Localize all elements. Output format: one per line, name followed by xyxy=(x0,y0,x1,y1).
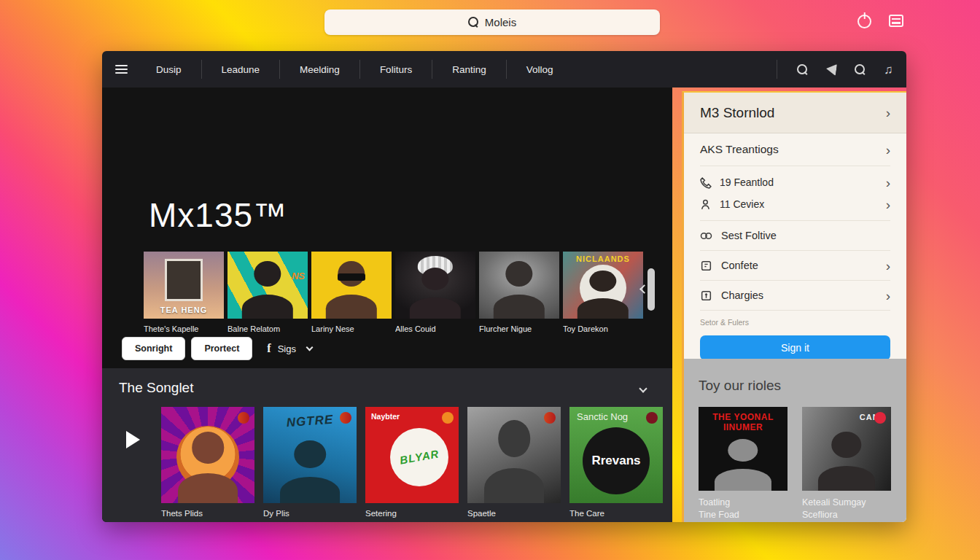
album-cover xyxy=(161,407,254,503)
cover-title-text: BLYAR xyxy=(399,448,440,467)
album-row: Thets Plids NGTRE Dy Plis Naybter xyxy=(161,407,663,518)
person-icon xyxy=(700,198,712,211)
nav-divider xyxy=(201,60,202,79)
carousel-prev-handle[interactable] xyxy=(648,268,655,311)
sidebar-item-treantiogs[interactable]: AKS Treantiogs › xyxy=(700,133,890,166)
label-badge-icon xyxy=(340,412,351,424)
artist-cover: NICLAANDS xyxy=(563,252,643,319)
nav-item-meelding[interactable]: Meelding xyxy=(300,60,340,79)
album-cover: Sanctic Nog Rrevans xyxy=(569,407,663,503)
promo-cover: THE YOONAL IINUMER xyxy=(699,407,788,491)
songlet-section: The Songlet Thets Plids NGTRE xyxy=(102,368,672,522)
nav-divider xyxy=(777,60,777,79)
chevron-right-icon: › xyxy=(886,143,890,157)
album-cover: Naybter BLYAR xyxy=(365,407,459,503)
nav-item-ranting[interactable]: Ranting xyxy=(452,60,486,79)
sidebar-item-feantlod[interactable]: 19 Feantlod › xyxy=(700,171,890,193)
nav-item-leadune[interactable]: Leadune xyxy=(222,60,260,79)
sidebar-item-ceviex[interactable]: 11 Ceviex › xyxy=(700,193,890,215)
sidebar-item-label: Chargies xyxy=(721,289,877,301)
main-panel: Mx135™ TEA HENG Thete's Kapelle NS xyxy=(102,88,672,522)
promo-card[interactable]: CANE Keteali Sumgay Scefliora xyxy=(802,407,891,521)
chevron-down-icon xyxy=(306,344,314,351)
music-note-icon[interactable]: ♫ xyxy=(884,63,893,76)
album-name: Thets Plids xyxy=(161,509,254,518)
sidebar-header-label: M3 Stornlod xyxy=(700,105,774,121)
artist-name: Thete's Kapelle xyxy=(144,324,224,333)
sidebar-item-label: 19 Feantlod xyxy=(720,176,879,188)
chevron-down-icon[interactable] xyxy=(639,384,647,392)
promo-caption: Keteali Sumgay Scefliora xyxy=(802,497,891,521)
hero-title: Mx135™ xyxy=(149,195,287,235)
artist-card[interactable]: Alles Couid xyxy=(395,252,475,333)
artist-cover: NS xyxy=(228,252,308,319)
label-badge-icon xyxy=(442,412,454,424)
album-card[interactable]: Sanctic Nog Rrevans The Care xyxy=(569,407,663,518)
sign-in-button[interactable]: Sign it xyxy=(700,335,890,360)
play-button[interactable] xyxy=(126,431,140,448)
sidebar-footnote: Setor & Fulers xyxy=(700,318,890,327)
prortect-button[interactable]: Prortect xyxy=(191,337,252,360)
chevron-right-icon: › xyxy=(886,106,890,120)
share-label: Sigs xyxy=(278,343,296,354)
album-name: Dy Plis xyxy=(263,509,357,518)
share-dropdown[interactable]: f Sigs xyxy=(267,342,312,355)
album-card[interactable]: Thets Plids xyxy=(161,407,254,518)
power-icon[interactable] xyxy=(858,15,871,28)
phone-icon xyxy=(700,176,712,189)
cursor-icon[interactable] xyxy=(825,63,837,76)
section-title: The Songlet xyxy=(119,380,193,396)
nav-divider xyxy=(506,60,507,79)
album-cover xyxy=(467,407,561,503)
nav-item-foliturs[interactable]: Foliturs xyxy=(380,60,412,79)
nav-item-vollog[interactable]: Vollog xyxy=(526,60,553,79)
artist-card[interactable]: TEA HENG Thete's Kapelle xyxy=(144,252,224,333)
sidebar-item-foltive[interactable]: Sest Foltive xyxy=(700,221,890,251)
artist-name: Flurcher Nigue xyxy=(479,324,559,333)
cover-title-text: NICLAANDS xyxy=(563,254,643,263)
artist-card[interactable]: NS Balne Relatom xyxy=(228,252,308,333)
search-icon[interactable] xyxy=(855,64,866,75)
sidebar-panel: M3 Stornlod › AKS Treantiogs › 19 Feantl… xyxy=(682,91,906,522)
cover-label-text: Sanctic Nog xyxy=(577,411,628,422)
album-card[interactable]: NGTRE Dy Plis xyxy=(263,407,357,518)
promo-caption: Toatling Tine Foad xyxy=(699,497,788,521)
double-circle-icon xyxy=(700,230,712,242)
search-icon[interactable] xyxy=(797,64,808,75)
album-card[interactable]: Spaetle xyxy=(467,407,561,518)
facebook-icon: f xyxy=(267,342,271,355)
artist-card[interactable]: NICLAANDS Toy Darekon xyxy=(563,252,643,333)
artist-card[interactable]: Lariny Nese xyxy=(311,252,392,333)
sidebar-item-confete[interactable]: Confete › xyxy=(700,251,890,281)
confete-icon xyxy=(700,260,712,272)
album-name: Setering xyxy=(365,509,459,518)
nav-item-dusip[interactable]: Dusip xyxy=(156,60,182,79)
artist-card[interactable]: Flurcher Nigue xyxy=(479,252,559,333)
promo-card[interactable]: THE YOONAL IINUMER Toatling Tine Foad xyxy=(699,407,788,521)
chevron-right-icon: › xyxy=(886,259,890,273)
menu-icon[interactable] xyxy=(115,65,128,74)
sidebar-item-chargies[interactable]: Chargies › xyxy=(700,281,890,311)
label-badge-icon xyxy=(874,412,886,424)
sonright-button[interactable]: Sonright xyxy=(122,337,185,360)
artist-carousel: TEA HENG Thete's Kapelle NS Balne Relato… xyxy=(144,252,643,333)
navbar: Dusip Leadune Meelding Foliturs Ranting … xyxy=(102,51,906,88)
artist-cover xyxy=(395,252,475,319)
window-list-icon[interactable] xyxy=(889,15,903,27)
album-card[interactable]: Naybter BLYAR Setering xyxy=(365,407,459,518)
artist-name: Toy Darekon xyxy=(563,324,643,333)
cover-title-text: Rrevans xyxy=(591,454,640,468)
label-badge-icon xyxy=(544,412,556,424)
promo-section: Toy our rioles THE YOONAL IINUMER Toatli… xyxy=(684,359,906,522)
artist-name: Balne Relatom xyxy=(228,324,308,333)
hero-actions: Sonright Prortect f Sigs xyxy=(122,337,312,360)
cover-title-text: NS xyxy=(292,271,305,281)
album-name: Spaetle xyxy=(467,509,561,518)
sidebar-header[interactable]: M3 Stornlod › xyxy=(684,93,906,133)
artist-cover xyxy=(311,252,392,319)
sunglasses-shape xyxy=(338,273,365,280)
global-search-input[interactable]: Moleis xyxy=(324,9,660,35)
search-value: Moleis xyxy=(485,16,516,28)
sidebar-item-label: Sest Foltive xyxy=(721,230,890,241)
app-window: Dusip Leadune Meelding Foliturs Ranting … xyxy=(102,51,906,522)
